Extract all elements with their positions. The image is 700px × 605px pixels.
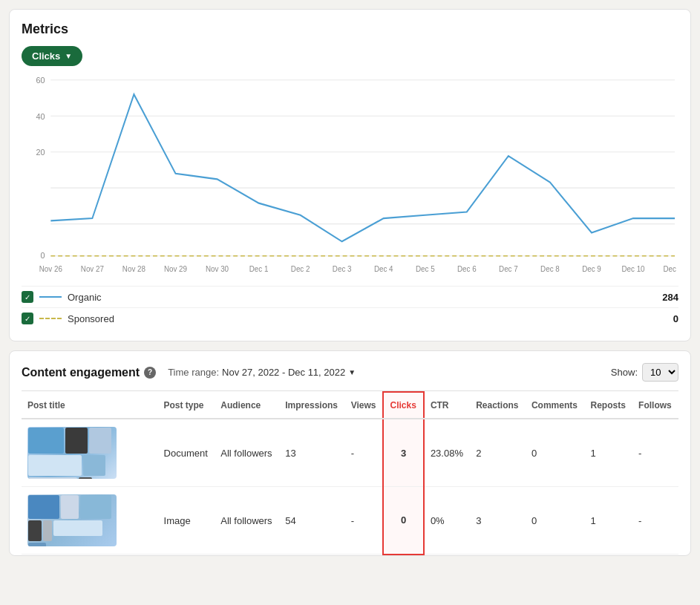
svg-text:Dec 3: Dec 3 bbox=[333, 265, 352, 273]
organic-checkbox[interactable]: ✓ bbox=[22, 291, 33, 303]
th-audience: Audience bbox=[215, 392, 279, 419]
chevron-down-icon: ▼ bbox=[348, 368, 356, 376]
table-row: Image All followers 54 - 0 0% 3 0 1 - bbox=[22, 487, 678, 555]
show-select[interactable]: 10 25 50 bbox=[642, 363, 678, 382]
post-type-cell-1: Document bbox=[158, 419, 215, 487]
th-ctr: CTR bbox=[424, 392, 470, 419]
table-header-row: Post title Post type Audience Impression… bbox=[22, 392, 678, 419]
th-views: Views bbox=[345, 392, 384, 419]
clicks-cell-2: 0 bbox=[383, 487, 423, 555]
ctr-cell-1: 23.08% bbox=[424, 419, 470, 487]
clicks-cell-1: 3 bbox=[383, 419, 423, 487]
th-follows: Follows bbox=[632, 392, 678, 419]
sponsored-legend-row: ✓ Sponsored 0 bbox=[22, 307, 678, 329]
sponsored-checkbox[interactable]: ✓ bbox=[22, 313, 33, 324]
table-row: Document All followers 13 - 3 23.08% 2 0… bbox=[22, 419, 678, 487]
views-cell-2: - bbox=[345, 487, 384, 555]
post-thumbnail-1 bbox=[27, 427, 117, 479]
th-post-type: Post type bbox=[158, 392, 215, 419]
clicks-dropdown-button[interactable]: Clicks ▼ bbox=[22, 46, 82, 66]
post-thumbnail-2 bbox=[27, 494, 117, 546]
th-reposts: Reposts bbox=[584, 392, 632, 419]
time-range-area: Time range: Nov 27, 2022 - Dec 11, 2022 … bbox=[168, 367, 356, 378]
content-engagement-card: Content engagement ? Time range: Nov 27,… bbox=[9, 350, 691, 556]
follows-cell-2: - bbox=[632, 487, 678, 555]
post-thumb-cell-1 bbox=[22, 419, 158, 487]
engagement-title: Content engagement ? bbox=[22, 366, 156, 379]
audience-cell-1: All followers bbox=[215, 419, 279, 487]
reactions-cell-2: 3 bbox=[470, 487, 526, 555]
line-chart-svg: 60 40 20 0 Nov 26 Nov 27 Nov 28 Nov 29 N… bbox=[22, 72, 678, 280]
ctr-cell-2: 0% bbox=[424, 487, 470, 555]
svg-text:Nov 30: Nov 30 bbox=[206, 265, 229, 273]
svg-text:Dec 8: Dec 8 bbox=[540, 265, 560, 273]
th-comments: Comments bbox=[526, 392, 585, 419]
reposts-cell-2: 1 bbox=[584, 487, 632, 555]
svg-text:60: 60 bbox=[36, 76, 45, 85]
organic-legend-row: ✓ Organic 284 bbox=[22, 286, 678, 307]
svg-text:Dec 11: Dec 11 bbox=[664, 265, 678, 273]
svg-text:Nov 26: Nov 26 bbox=[39, 265, 62, 273]
svg-text:Dec 4: Dec 4 bbox=[374, 265, 393, 273]
engagement-title-text: Content engagement bbox=[22, 366, 140, 379]
svg-text:Nov 29: Nov 29 bbox=[164, 265, 187, 273]
svg-text:Dec 5: Dec 5 bbox=[416, 265, 435, 273]
svg-text:Dec 2: Dec 2 bbox=[291, 265, 310, 273]
metrics-card: Metrics Clicks ▼ 60 40 20 0 Nov 26 bbox=[9, 9, 691, 341]
sponsored-label: Sponsored bbox=[68, 313, 114, 324]
organic-value: 284 bbox=[662, 292, 678, 303]
svg-text:0: 0 bbox=[40, 250, 45, 260]
comments-cell-2: 0 bbox=[526, 487, 585, 555]
views-cell-1: - bbox=[345, 419, 384, 487]
svg-text:20: 20 bbox=[36, 148, 45, 157]
clicks-button-label: Clicks bbox=[32, 50, 60, 62]
svg-text:Dec 1: Dec 1 bbox=[249, 265, 269, 273]
metrics-title: Metrics bbox=[22, 22, 678, 37]
svg-text:40: 40 bbox=[36, 111, 45, 121]
organic-label: Organic bbox=[68, 292, 102, 303]
svg-text:Nov 27: Nov 27 bbox=[81, 265, 104, 273]
impressions-cell-1: 13 bbox=[279, 419, 344, 487]
metrics-chart: 60 40 20 0 Nov 26 Nov 27 Nov 28 Nov 29 N… bbox=[22, 72, 678, 280]
svg-text:Dec 9: Dec 9 bbox=[582, 265, 601, 273]
organic-line-icon bbox=[39, 296, 62, 298]
engagement-table: Post title Post type Audience Impression… bbox=[22, 391, 678, 555]
chevron-down-icon: ▼ bbox=[65, 52, 72, 60]
sponsored-line-icon bbox=[39, 318, 62, 319]
sponsored-value: 0 bbox=[673, 313, 678, 324]
engagement-table-wrapper: Post title Post type Audience Impression… bbox=[22, 391, 678, 555]
th-reactions: Reactions bbox=[470, 392, 526, 419]
post-thumb-cell-2 bbox=[22, 487, 158, 555]
audience-cell-2: All followers bbox=[215, 487, 279, 555]
follows-cell-1: - bbox=[632, 419, 678, 487]
th-post-title: Post title bbox=[22, 392, 158, 419]
impressions-cell-2: 54 bbox=[279, 487, 344, 555]
th-impressions: Impressions bbox=[279, 392, 344, 419]
svg-text:Dec 6: Dec 6 bbox=[457, 265, 477, 273]
show-label-text: Show: bbox=[611, 367, 638, 378]
show-area: Show: 10 25 50 bbox=[611, 363, 678, 382]
svg-text:Nov 28: Nov 28 bbox=[122, 265, 145, 273]
info-icon[interactable]: ? bbox=[144, 367, 156, 379]
engagement-header: Content engagement ? Time range: Nov 27,… bbox=[22, 363, 678, 391]
comments-cell-1: 0 bbox=[526, 419, 585, 487]
reposts-cell-1: 1 bbox=[584, 419, 632, 487]
reactions-cell-1: 2 bbox=[470, 419, 526, 487]
post-type-cell-2: Image bbox=[158, 487, 215, 555]
time-range-label: Time range: bbox=[168, 367, 219, 378]
svg-text:Dec 10: Dec 10 bbox=[621, 265, 644, 273]
time-range-button[interactable]: Nov 27, 2022 - Dec 11, 2022 ▼ bbox=[222, 367, 356, 378]
th-clicks: Clicks bbox=[383, 392, 423, 419]
svg-text:Dec 7: Dec 7 bbox=[499, 265, 518, 273]
time-range-value: Nov 27, 2022 - Dec 11, 2022 bbox=[222, 367, 345, 378]
